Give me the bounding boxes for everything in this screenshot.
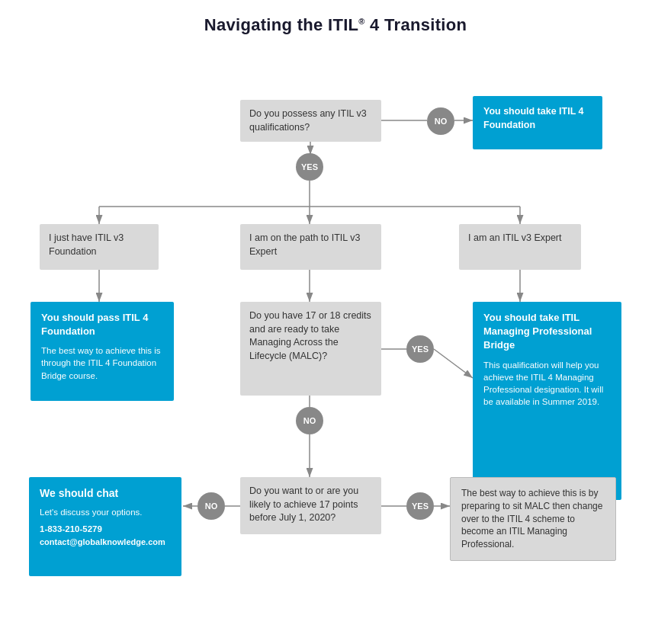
branch-expert-box: I am an ITIL v3 Expert	[459, 224, 581, 270]
yes-circle-2: YES	[406, 335, 434, 363]
result-pass-foundation-box: You should pass ITIL 4 Foundation The be…	[30, 302, 174, 401]
result-pass-subtitle: The best way to achieve this is through …	[41, 344, 163, 381]
no-circle-2: NO	[296, 407, 323, 434]
result-pass-title: You should pass ITIL 4 Foundation	[41, 311, 163, 338]
page-title: Navigating the ITIL® 4 Transition	[23, 15, 648, 35]
branch-path-box: I am on the path to ITIL v3 Expert	[240, 224, 381, 270]
result-chat-email: contact@globalknowledge.com	[40, 537, 171, 548]
result-mp-title: You should take ITIL Managing Profession…	[483, 311, 611, 353]
svg-line-14	[434, 349, 473, 378]
result-chat-subtitle: Let's discuss your options.	[40, 506, 171, 518]
flow-diagram: Do you possess any ITIL v3 qualification…	[23, 50, 648, 630]
no-circle-3: NO	[197, 492, 225, 520]
yes-circle-3: YES	[406, 492, 434, 520]
no-circle-1: NO	[427, 107, 454, 135]
result-malc-box: The best way to achieve this is by prepa…	[450, 477, 616, 561]
result-mp-bridge-box: You should take ITIL Managing Profession…	[473, 302, 621, 500]
result-chat-box: We should chat Let's discuss your option…	[29, 477, 181, 576]
result-itil4-foundation-box: You should take ITIL 4 Foundation	[473, 96, 602, 149]
yes-circle-1: YES	[296, 153, 323, 181]
result-chat-phone: 1-833-210-5279	[40, 523, 171, 535]
question-1-box: Do you possess any ITIL v3 qualification…	[240, 100, 381, 142]
result-mp-subtitle: This qualification will help you achieve…	[483, 359, 611, 408]
question-3-box: Do you want to or are you likely to achi…	[240, 477, 381, 534]
question-2-box: Do you have 17 or 18 credits and are rea…	[240, 302, 381, 396]
result-chat-title: We should chat	[40, 486, 171, 501]
page-container: Navigating the ITIL® 4 Transition	[0, 0, 671, 644]
branch-foundation-box: I just have ITIL v3 Foundation	[40, 224, 159, 270]
